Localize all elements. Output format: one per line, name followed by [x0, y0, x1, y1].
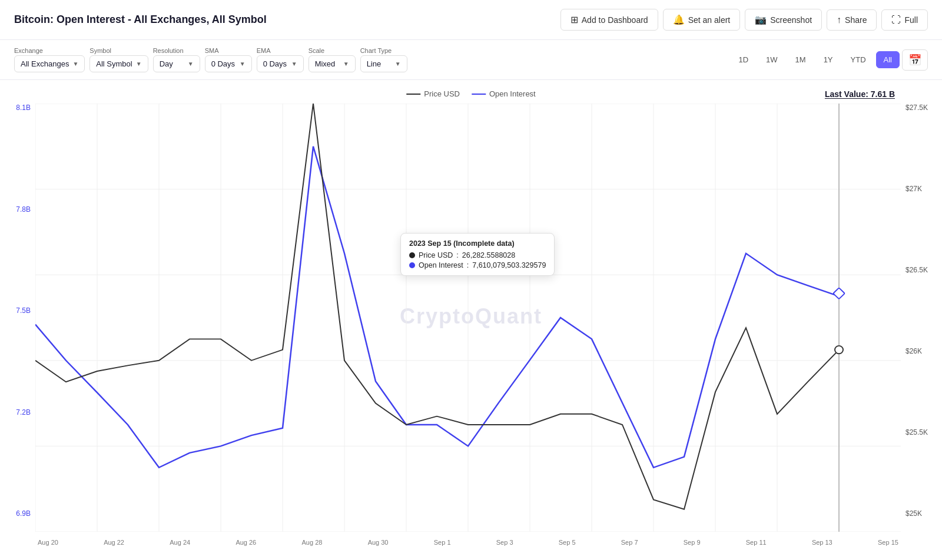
- chart-legend: Price USD Open Interest: [406, 89, 535, 98]
- chart-type-label: Chart Type: [360, 47, 407, 54]
- time-all-button[interactable]: All: [876, 51, 900, 68]
- tooltip-price-label: Price USD: [419, 251, 453, 259]
- header-actions: ⊞ Add to Dashboard 🔔 Set an alert 📷 Scre…: [560, 9, 928, 31]
- chart-svg-area[interactable]: [35, 104, 901, 532]
- y-axis-right: $27.5K $27K $26.5K $26K $25.5K $25K: [901, 80, 942, 529]
- legend-open-interest: Open Interest: [472, 89, 536, 98]
- camera-icon: 📷: [755, 14, 767, 25]
- sma-dropdown[interactable]: 0 Days ▼: [205, 55, 252, 72]
- y-label-black-2: $26.5K: [905, 266, 928, 274]
- x-label-13: Sep 15: [878, 539, 898, 546]
- resolution-label: Resolution: [153, 47, 200, 54]
- toolbar: Exchange All Exchanges ▼ Symbol All Symb…: [0, 40, 942, 80]
- x-label-6: Sep 1: [434, 539, 451, 546]
- tooltip-oi-colon: :: [467, 261, 469, 269]
- open-interest-line-icon: [472, 94, 486, 95]
- chevron-down-icon: ▼: [395, 61, 401, 67]
- x-label-0: Aug 20: [38, 539, 58, 546]
- x-label-11: Sep 11: [746, 539, 767, 546]
- symbol-dropdown[interactable]: All Symbol ▼: [89, 55, 148, 72]
- share-icon: ↑: [837, 15, 841, 25]
- full-button[interactable]: ⛶ Full: [881, 9, 928, 31]
- time-1m-button[interactable]: 1M: [788, 51, 814, 68]
- chart-type-dropdown-group: Chart Type Line ▼: [360, 47, 407, 72]
- cursor-dot-oi: [833, 288, 845, 299]
- tooltip-oi-icon: [408, 261, 416, 269]
- y-label-black-3: $26K: [905, 347, 922, 355]
- scale-dropdown-group: Scale Mixed ▼: [309, 47, 356, 72]
- share-button[interactable]: ↑ Share: [827, 9, 877, 31]
- legend-price-usd: Price USD: [406, 89, 460, 98]
- time-1y-button[interactable]: 1Y: [816, 51, 841, 68]
- y-label-blue-4: 6.9B: [16, 509, 31, 518]
- add-to-dashboard-button[interactable]: ⊞ Add to Dashboard: [560, 9, 658, 31]
- y-label-black-5: $25K: [905, 509, 922, 518]
- y-label-black-4: $25.5K: [905, 428, 928, 436]
- scale-dropdown[interactable]: Mixed ▼: [309, 55, 356, 72]
- chart-svg: [35, 104, 901, 532]
- resolution-dropdown-group: Resolution Day ▼: [153, 47, 200, 72]
- x-label-10: Sep 9: [684, 539, 701, 546]
- tooltip-oi-value: 7,610,079,503.329579: [472, 261, 546, 269]
- tooltip-oi-label: Open Interest: [419, 261, 463, 269]
- last-value-label: Last Value: 7.61 B: [825, 89, 895, 99]
- header: Bitcoin: Open Interest - All Exchanges, …: [0, 0, 942, 40]
- chevron-down-icon: ▼: [72, 61, 78, 67]
- time-ytd-button[interactable]: YTD: [843, 51, 874, 68]
- chevron-down-icon: ▼: [343, 61, 349, 67]
- y-axis-left: 8.1B 7.8B 7.5B 7.2B 6.9B: [0, 80, 35, 529]
- chevron-down-icon: ▼: [136, 61, 142, 67]
- y-label-black-1: $27K: [905, 185, 922, 193]
- ema-label: EMA: [257, 47, 304, 54]
- tooltip-price-icon: [409, 252, 415, 258]
- bell-icon: 🔔: [673, 14, 685, 25]
- tooltip-price-colon: :: [456, 251, 458, 259]
- y-label-blue-2: 7.5B: [16, 306, 31, 315]
- y-label-blue-1: 7.8B: [16, 205, 31, 214]
- tooltip-price-row: Price USD : 26,282.5588028: [409, 251, 546, 259]
- tooltip-price-value: 26,282.5588028: [462, 251, 515, 259]
- x-label-9: Sep 7: [621, 539, 638, 546]
- chart-container: Price USD Open Interest Last Value: 7.61…: [0, 80, 942, 553]
- x-label-7: Sep 3: [496, 539, 513, 546]
- x-label-8: Sep 5: [559, 539, 576, 546]
- price-usd-line: [35, 104, 839, 509]
- calendar-button[interactable]: 📅: [902, 49, 928, 71]
- x-label-3: Aug 26: [236, 539, 256, 546]
- y-label-blue-0: 8.1B: [16, 104, 31, 112]
- tooltip-oi-row: Open Interest : 7,610,079,503.329579: [409, 261, 546, 269]
- sma-dropdown-group: SMA 0 Days ▼: [205, 47, 252, 72]
- expand-icon: ⛶: [891, 15, 901, 25]
- ema-dropdown[interactable]: 0 Days ▼: [257, 55, 304, 72]
- resolution-dropdown[interactable]: Day ▼: [153, 55, 200, 72]
- tooltip-date: 2023 Sep 15 (Incomplete data): [409, 239, 546, 248]
- chart-type-dropdown[interactable]: Line ▼: [360, 55, 407, 72]
- x-label-4: Aug 28: [302, 539, 323, 546]
- chevron-down-icon: ▼: [240, 61, 246, 67]
- screenshot-button[interactable]: 📷 Screenshot: [745, 9, 822, 31]
- x-axis: Aug 20 Aug 22 Aug 24 Aug 26 Aug 28 Aug 3…: [35, 532, 901, 553]
- y-label-blue-3: 7.2B: [16, 408, 31, 416]
- time-range-buttons: 1D 1W 1M 1Y YTD All 📅: [731, 49, 928, 71]
- time-1d-button[interactable]: 1D: [731, 51, 756, 68]
- time-1w-button[interactable]: 1W: [758, 51, 785, 68]
- chart-tooltip: 2023 Sep 15 (Incomplete data) Price USD …: [400, 233, 555, 276]
- exchange-dropdown[interactable]: All Exchanges ▼: [14, 55, 85, 72]
- calendar-icon: 📅: [908, 54, 921, 66]
- sma-label: SMA: [205, 47, 252, 54]
- exchange-dropdown-group: Exchange All Exchanges ▼: [14, 47, 85, 72]
- x-label-2: Aug 24: [170, 539, 190, 546]
- y-label-black-0: $27.5K: [905, 104, 928, 112]
- set-alert-button[interactable]: 🔔 Set an alert: [663, 9, 741, 31]
- chevron-down-icon: ▼: [291, 61, 297, 67]
- cursor-dot-price: [835, 346, 843, 354]
- x-label-1: Aug 22: [104, 539, 124, 546]
- scale-label: Scale: [309, 47, 356, 54]
- dashboard-icon: ⊞: [570, 14, 578, 25]
- chevron-down-icon: ▼: [188, 61, 194, 67]
- exchange-label: Exchange: [14, 47, 85, 54]
- page-title: Bitcoin: Open Interest - All Exchanges, …: [14, 14, 267, 26]
- price-usd-line-icon: [406, 94, 420, 95]
- x-label-12: Sep 13: [812, 539, 832, 546]
- ema-dropdown-group: EMA 0 Days ▼: [257, 47, 304, 72]
